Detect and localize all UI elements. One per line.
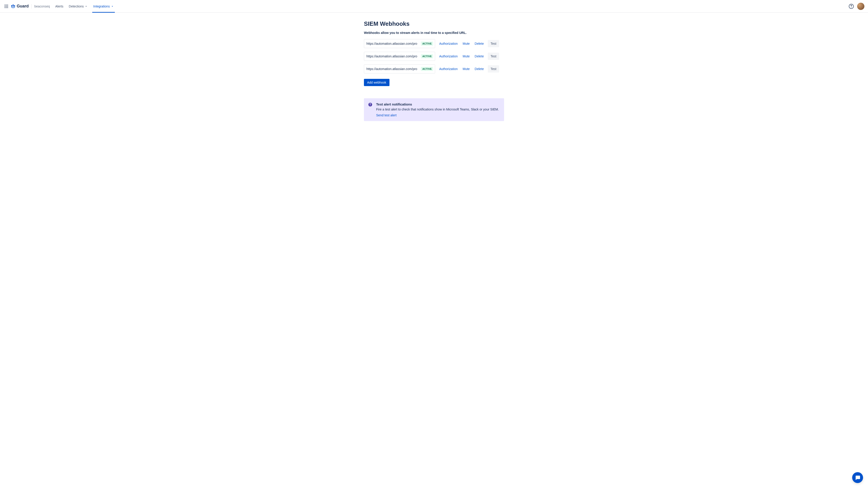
svg-rect-5: [7, 6, 8, 6]
mute-button[interactable]: Mute: [462, 53, 471, 59]
webhook-row: ACTIVE Authorization Mute Delete Test: [364, 39, 504, 48]
svg-rect-1: [6, 4, 6, 5]
mute-button[interactable]: Mute: [462, 66, 471, 72]
avatar[interactable]: [857, 3, 864, 10]
webhook-row: ACTIVE Authorization Mute Delete Test: [364, 64, 504, 73]
status-badge: ACTIVE: [421, 67, 433, 71]
svg-rect-9: [11, 5, 12, 7]
nav-label: Integrations: [93, 4, 110, 8]
product-logo[interactable]: Guard: [11, 4, 29, 8]
nav-label: Alerts: [55, 4, 64, 8]
svg-point-13: [851, 7, 851, 7]
authorization-button[interactable]: Authorization: [438, 53, 459, 59]
app-switcher-icon[interactable]: [4, 4, 9, 9]
main-content: SIEM Webhooks Webhooks allow you to stre…: [360, 13, 508, 129]
status-badge: ACTIVE: [421, 54, 433, 58]
delete-button[interactable]: Delete: [474, 66, 485, 72]
webhook-url-input[interactable]: [364, 65, 421, 73]
webhook-list: ACTIVE Authorization Mute Delete Test AC…: [364, 39, 504, 73]
page-title: SIEM Webhooks: [364, 20, 504, 27]
add-webhook-button[interactable]: Add webhook: [364, 79, 390, 86]
svg-rect-11: [14, 5, 15, 7]
info-panel: Test alert notifications Fire a test ale…: [364, 98, 504, 121]
svg-rect-8: [7, 7, 8, 8]
svg-rect-4: [6, 6, 6, 6]
nav-label: Detections: [69, 4, 84, 8]
nav-integrations[interactable]: Integrations: [91, 0, 116, 13]
help-circle-icon: [368, 102, 373, 107]
divider: [31, 4, 32, 8]
delete-button[interactable]: Delete: [474, 53, 485, 59]
svg-rect-7: [6, 7, 6, 8]
mute-button[interactable]: Mute: [462, 40, 471, 47]
page-description: Webhooks allow you to stream alerts in r…: [364, 31, 504, 35]
webhook-url-input[interactable]: [364, 39, 421, 48]
webhook-row: ACTIVE Authorization Mute Delete Test: [364, 52, 504, 61]
test-button[interactable]: Test: [488, 53, 499, 60]
chevron-down-icon: [111, 5, 114, 8]
app-header: Guard beaconseq Alerts Detections Integr…: [0, 0, 868, 13]
nav-alerts[interactable]: Alerts: [53, 0, 66, 13]
webhook-url-box: ACTIVE: [364, 64, 435, 73]
guard-logo-icon: [11, 4, 16, 8]
nav-detections[interactable]: Detections: [66, 0, 90, 13]
svg-rect-2: [7, 4, 8, 5]
svg-rect-3: [5, 6, 5, 6]
webhook-url-box: ACTIVE: [364, 39, 435, 48]
test-button[interactable]: Test: [488, 65, 499, 72]
svg-rect-10: [13, 4, 13, 6]
status-badge: ACTIVE: [421, 41, 433, 46]
authorization-button[interactable]: Authorization: [438, 40, 459, 47]
main-nav: Alerts Detections Integrations: [53, 0, 116, 13]
authorization-button[interactable]: Authorization: [438, 66, 459, 72]
webhook-url-input[interactable]: [364, 52, 421, 61]
svg-rect-0: [5, 4, 5, 5]
info-title: Test alert notifications: [376, 102, 500, 106]
header-right: [848, 3, 864, 10]
info-content: Test alert notifications Fire a test ale…: [376, 102, 500, 117]
chevron-down-icon: [85, 5, 88, 8]
info-body: Fire a test alert to check that notifica…: [376, 107, 500, 111]
webhook-url-box: ACTIVE: [364, 52, 435, 61]
help-icon[interactable]: [848, 4, 854, 9]
svg-point-15: [370, 105, 370, 106]
svg-rect-6: [5, 7, 5, 8]
send-test-alert-link[interactable]: Send test alert: [376, 113, 397, 117]
workspace-name[interactable]: beaconseq: [34, 4, 50, 8]
product-name: Guard: [17, 4, 29, 8]
delete-button[interactable]: Delete: [474, 40, 485, 47]
test-button[interactable]: Test: [488, 40, 499, 47]
